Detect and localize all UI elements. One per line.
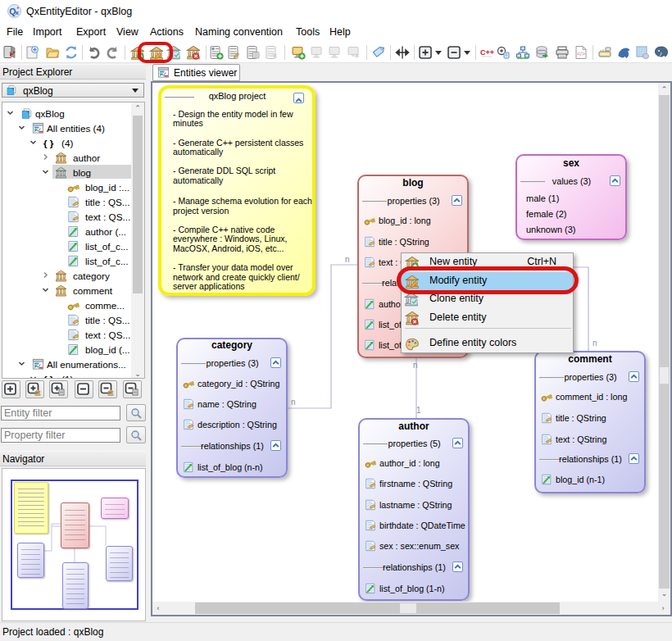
svg-text:x: x <box>16 9 20 16</box>
svg-text:</>: </> <box>577 51 585 57</box>
svg-text:C++: C++ <box>480 48 494 57</box>
